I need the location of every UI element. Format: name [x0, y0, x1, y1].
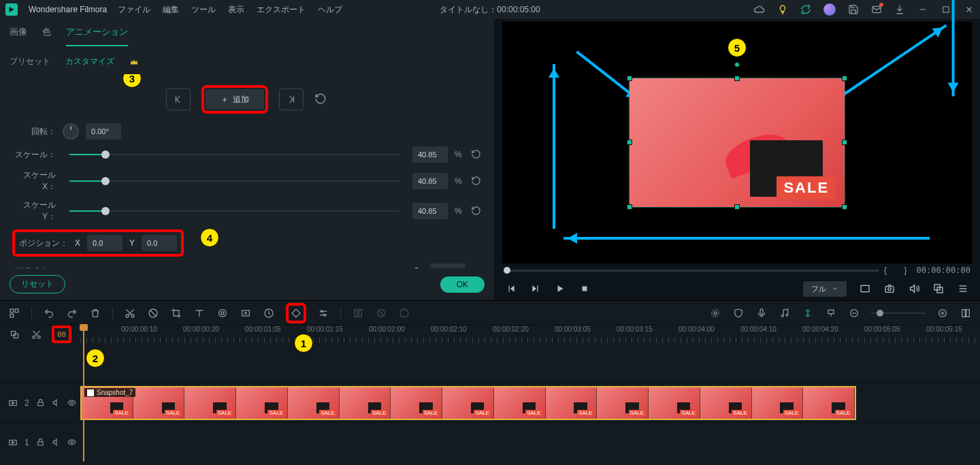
marker-icon[interactable] [825, 307, 837, 319]
lock-icon[interactable] [36, 398, 45, 407]
rotation-dial[interactable] [63, 123, 79, 140]
download-icon[interactable] [894, 4, 905, 15]
playhead-time[interactable]: 00 [57, 330, 66, 339]
auto-icon[interactable] [709, 307, 721, 319]
pin-icon[interactable] [30, 328, 42, 340]
scale-value[interactable]: 40.85 [412, 146, 448, 163]
volume-icon[interactable] [908, 283, 920, 295]
settings-icon[interactable] [957, 283, 969, 295]
mail-icon[interactable] [871, 4, 882, 15]
menu-file[interactable]: ファイル [118, 4, 150, 16]
subtab-customize[interactable]: カスタマイズ [65, 56, 114, 67]
music-icon[interactable] [779, 307, 791, 319]
rotation-value[interactable]: 0.00° [86, 123, 121, 140]
popout-icon[interactable] [932, 283, 945, 295]
preview-canvas[interactable]: 5 SALE [502, 22, 972, 263]
step-fwd-icon[interactable] [529, 283, 542, 295]
y-label: Y [129, 238, 135, 248]
eye-icon[interactable] [67, 438, 76, 447]
svg-line-20 [150, 310, 156, 316]
playhead[interactable] [83, 325, 84, 462]
redo-icon[interactable] [66, 307, 78, 319]
prev-keyframe-button[interactable] [166, 89, 191, 110]
cut-icon[interactable] [124, 307, 136, 319]
mic-icon[interactable] [755, 307, 768, 319]
next-keyframe-button[interactable] [279, 89, 304, 110]
keyframe-tool-icon[interactable] [290, 307, 302, 319]
play-icon[interactable] [554, 283, 566, 295]
svg-rect-16 [10, 314, 14, 317]
add-keyframe-button[interactable]: ＋追加 [206, 89, 264, 110]
snapshot-icon[interactable] [883, 283, 896, 295]
maximize-icon[interactable] [941, 4, 951, 15]
step-back-icon[interactable] [505, 283, 517, 295]
ok-button[interactable]: OK [440, 276, 485, 293]
menu-tools[interactable]: ツール [191, 4, 216, 16]
color-icon[interactable] [216, 307, 229, 319]
svg-rect-30 [355, 309, 357, 317]
eye-icon[interactable] [67, 398, 76, 407]
arrow-right [951, 0, 954, 96]
menu-export[interactable]: エクスポート [257, 4, 306, 16]
opacity-label: 不透明度： [12, 266, 56, 269]
zoom-out-icon[interactable] [848, 307, 860, 319]
cloud-icon[interactable] [754, 4, 765, 15]
minimize-icon[interactable] [917, 4, 928, 15]
selection-frame[interactable]: SALE [629, 78, 845, 208]
subtab-preset[interactable]: プリセット [10, 56, 50, 67]
app-logo [5, 3, 18, 16]
scaley-slider[interactable] [69, 210, 399, 212]
layers-icon[interactable] [8, 328, 20, 340]
text-icon[interactable] [193, 307, 206, 319]
zoom-in-icon[interactable] [936, 307, 949, 319]
reset-keyframes-icon[interactable] [314, 93, 328, 106]
position-y-value[interactable]: 0.0 [142, 235, 177, 251]
snap-icon[interactable] [802, 307, 814, 319]
undo-icon[interactable] [43, 307, 55, 319]
delete-icon[interactable] [89, 307, 101, 319]
adjust-icon[interactable] [317, 307, 329, 319]
speed-icon[interactable] [263, 307, 275, 319]
clip-snapshot[interactable]: Snapshot_7 [80, 386, 856, 420]
reset-button[interactable]: リセット [10, 275, 65, 293]
menu-edit[interactable]: 編集 [163, 4, 179, 16]
menu-help[interactable]: ヘルプ [318, 4, 342, 16]
scale-reset-icon[interactable] [471, 149, 482, 160]
quality-select[interactable]: フル [803, 281, 847, 297]
sync-icon[interactable] [800, 4, 811, 15]
media-icon[interactable] [8, 307, 20, 319]
bulb-icon[interactable] [777, 4, 788, 15]
close-icon[interactable] [964, 4, 975, 15]
scalex-reset-icon[interactable] [471, 176, 482, 187]
mute-icon[interactable] [52, 398, 61, 407]
scalex-slider[interactable] [69, 180, 399, 182]
account-orb-icon[interactable] [823, 3, 836, 16]
crop-icon[interactable] [170, 307, 182, 319]
scrub-slider[interactable] [504, 270, 879, 272]
tab-image[interactable]: 画像 [10, 26, 27, 46]
scaley-reset-icon[interactable] [471, 206, 482, 217]
stop-icon[interactable] [578, 283, 591, 295]
preview-image: SALE [630, 78, 844, 208]
effect-icon[interactable] [240, 307, 252, 319]
position-x-value[interactable]: 0.0 [87, 235, 122, 251]
fullscreen-icon[interactable] [859, 283, 871, 295]
scrub-braces[interactable]: { } [884, 264, 911, 276]
scale-slider[interactable] [69, 154, 399, 155]
mute-icon[interactable] [52, 438, 61, 447]
menu-view[interactable]: 表示 [228, 4, 244, 16]
tab-color[interactable]: 色 [42, 26, 51, 46]
ruler[interactable]: 00 00:00:00:1000:00:00:2000:00:01:0500:0… [0, 325, 980, 343]
tab-animation[interactable]: アニメーション [66, 26, 128, 46]
arrow-bottom [564, 237, 930, 240]
tool-c-icon [398, 307, 410, 319]
scaley-value[interactable]: 40.85 [412, 203, 448, 219]
lock-icon[interactable] [36, 438, 45, 447]
shield-icon[interactable] [732, 307, 745, 319]
scalex-value[interactable]: 40.85 [412, 173, 448, 189]
zoom-slider[interactable] [871, 312, 926, 314]
tag-icon[interactable] [147, 307, 159, 319]
save-icon[interactable] [848, 4, 859, 15]
opacity-value[interactable]: 100.00 [430, 263, 466, 268]
fit-icon[interactable] [960, 307, 972, 319]
